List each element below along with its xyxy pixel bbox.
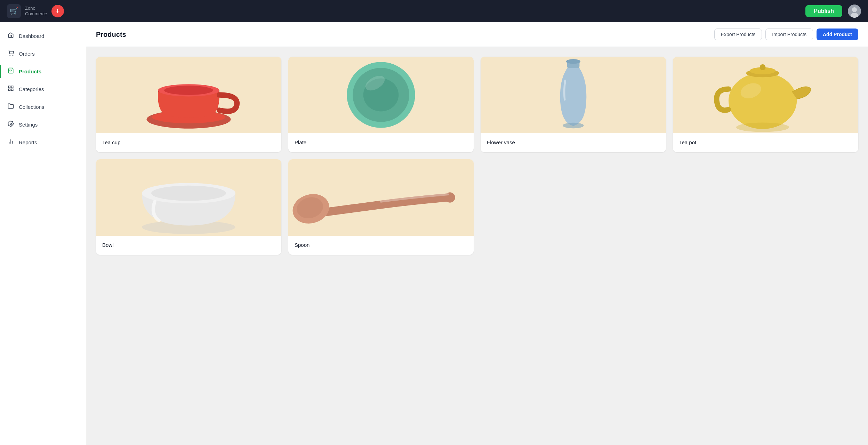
svg-rect-6 (8, 86, 10, 88)
logo-text: Zoho Commerce (25, 6, 47, 16)
product-image-vase (481, 57, 666, 133)
header-actions: Export Products Import Products Add Prod… (714, 29, 858, 40)
bag-icon (7, 67, 15, 75)
avatar-image (848, 5, 861, 18)
page-title: Products (96, 31, 126, 39)
sidebar-label-dashboard: Dashboard (19, 33, 44, 39)
gear-icon (7, 121, 15, 129)
topbar-left: 🛒 Zoho Commerce + (7, 4, 64, 18)
svg-point-29 (760, 64, 766, 70)
svg-rect-9 (8, 89, 10, 91)
export-products-button[interactable]: Export Products (714, 29, 762, 40)
product-name-tea-cup: Tea cup (96, 133, 281, 152)
house-icon (7, 32, 15, 40)
sidebar-label-reports: Reports (19, 139, 37, 145)
product-image-tea-cup (96, 57, 281, 133)
product-card-bowl[interactable]: Bowl (96, 159, 281, 255)
page-header: Products Export Products Import Products… (86, 22, 868, 47)
import-products-button[interactable]: Import Products (765, 29, 813, 40)
sidebar-item-orders[interactable]: Orders (0, 46, 86, 62)
svg-rect-7 (11, 86, 13, 88)
svg-point-25 (563, 123, 584, 129)
product-name-teapot: Tea pot (673, 133, 858, 152)
sidebar-label-products: Products (19, 68, 41, 74)
product-name-spoon: Spoon (288, 236, 474, 255)
publish-button[interactable]: Publish (805, 5, 842, 17)
product-card-flower-vase[interactable]: Flower vase (481, 57, 666, 152)
sidebar-item-dashboard[interactable]: Dashboard (0, 28, 86, 44)
content: Products Export Products Import Products… (86, 22, 868, 445)
topbar: 🛒 Zoho Commerce + Publish (0, 0, 868, 22)
product-card-plate[interactable]: Plate (288, 57, 474, 152)
sidebar-label-settings: Settings (19, 122, 38, 128)
sidebar-item-products[interactable]: Products (0, 63, 86, 80)
svg-point-34 (151, 186, 226, 201)
product-card-tea-cup[interactable]: Tea cup (96, 57, 281, 152)
svg-point-24 (566, 59, 580, 64)
svg-point-3 (10, 55, 10, 56)
product-image-bowl (96, 159, 281, 236)
sidebar-item-reports[interactable]: Reports (0, 134, 86, 151)
add-button[interactable]: + (51, 5, 64, 17)
cart-icon (7, 50, 15, 58)
folder-icon (7, 103, 15, 111)
sidebar-item-collections[interactable]: Collections (0, 99, 86, 115)
chart-icon (7, 138, 15, 146)
sidebar-item-categories[interactable]: Categories (0, 81, 86, 97)
grid-icon (7, 85, 15, 93)
product-name-vase: Flower vase (481, 133, 666, 152)
product-card-spoon[interactable]: Spoon (288, 159, 474, 255)
svg-rect-8 (11, 89, 13, 91)
svg-point-1 (852, 7, 857, 12)
svg-point-17 (164, 86, 213, 95)
product-image-plate (288, 57, 474, 133)
product-name-plate: Plate (288, 133, 474, 152)
product-image-teapot (673, 57, 858, 133)
logo-icon: 🛒 (7, 4, 21, 18)
sidebar-label-categories: Categories (19, 86, 44, 92)
add-product-button[interactable]: Add Product (817, 29, 858, 40)
products-grid: Tea cup Plate (96, 57, 858, 255)
product-card-teapot[interactable]: Tea pot (673, 57, 858, 152)
products-area: Tea cup Plate (86, 47, 868, 445)
topbar-right: Publish (805, 5, 861, 18)
svg-point-31 (736, 123, 789, 132)
sidebar-label-orders: Orders (19, 51, 35, 57)
product-name-bowl: Bowl (96, 236, 281, 255)
svg-point-10 (10, 123, 12, 125)
svg-point-4 (13, 55, 13, 56)
sidebar-item-settings[interactable]: Settings (0, 116, 86, 133)
sidebar-label-collections: Collections (19, 104, 44, 110)
svg-point-26 (729, 73, 797, 129)
avatar[interactable] (848, 5, 861, 18)
product-image-spoon (288, 159, 474, 236)
main-layout: Dashboard Orders Products Categories (0, 22, 868, 445)
sidebar: Dashboard Orders Products Categories (0, 22, 86, 445)
